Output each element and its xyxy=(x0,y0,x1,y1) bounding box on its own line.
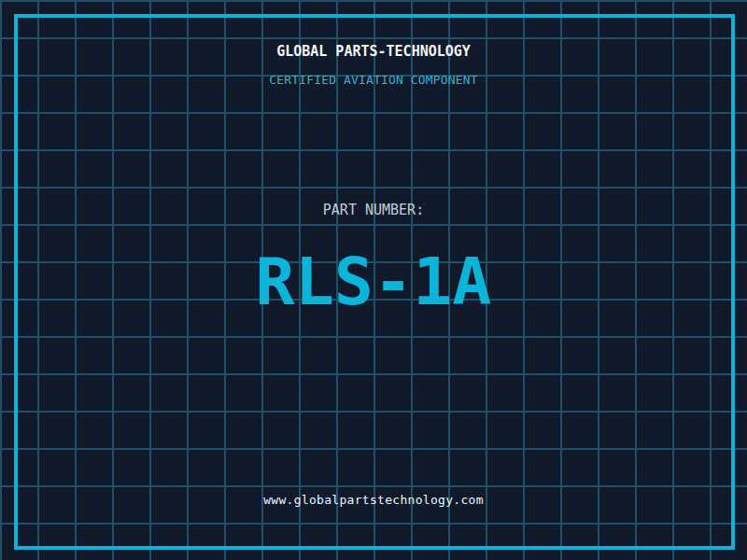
company-name: GLOBAL PARTS-TECHNOLOGY xyxy=(0,45,747,59)
website-url: www.globalpartstechnology.com xyxy=(0,494,747,506)
part-number-value: RLS-1A xyxy=(0,249,747,315)
certificate-screen: GLOBAL PARTS-TECHNOLOGY CERTIFIED AVIATI… xyxy=(0,0,747,560)
part-number-label: PART NUMBER: xyxy=(0,203,747,217)
certification-label: CERTIFIED AVIATION COMPONENT xyxy=(0,74,747,86)
